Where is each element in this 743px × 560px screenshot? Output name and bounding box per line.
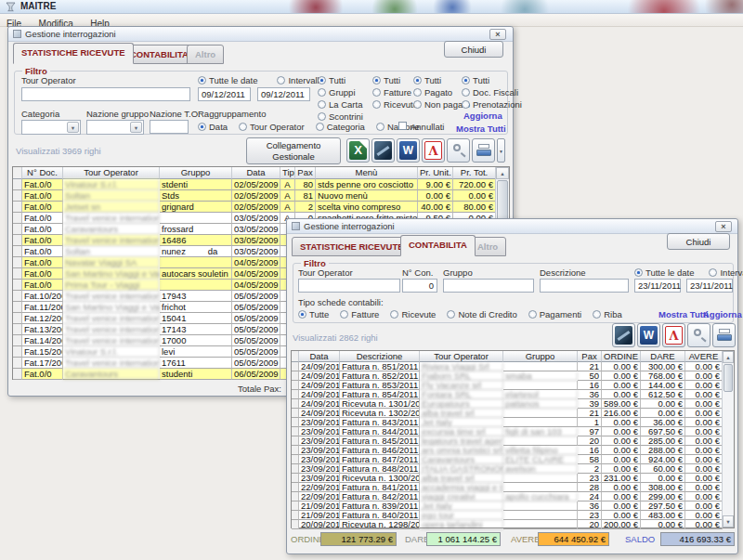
window2-titlebar[interactable]: Gestione interrogazioni × bbox=[287, 219, 737, 234]
categoria-select[interactable]: ▼ bbox=[21, 120, 81, 135]
column-header[interactable]: Data bbox=[299, 351, 340, 362]
radio-icon[interactable] bbox=[462, 88, 470, 97]
radio-icon[interactable] bbox=[372, 100, 381, 109]
table-row[interactable]: 23/09/2011Fattura n. 845/2011legatours t… bbox=[292, 436, 734, 446]
table-row[interactable]: 21/09/2011Fattura n. 840/2011ego tour230… bbox=[292, 511, 734, 520]
excel-export-icon[interactable]: X bbox=[346, 138, 370, 163]
gruppo-input[interactable] bbox=[443, 279, 534, 293]
radio-icon[interactable] bbox=[372, 88, 381, 97]
radio-icon[interactable] bbox=[316, 123, 324, 131]
radio-tutti[interactable]: Tutti bbox=[372, 75, 418, 85]
chevron-down-icon[interactable]: ▼ bbox=[130, 122, 142, 133]
table-row[interactable]: Fat.0/0SoltanStds02/05/2009A81Nuovo menù… bbox=[13, 190, 509, 202]
tab-contabilita[interactable]: CONTABILITA bbox=[400, 235, 476, 256]
date-from-input[interactable]: 09/12/2011 bbox=[198, 87, 251, 101]
window2-close-icon[interactable]: × bbox=[715, 221, 732, 232]
print-icon[interactable] bbox=[712, 323, 736, 347]
column-header[interactable]: Gruppo bbox=[503, 351, 578, 362]
table-row[interactable]: 23/09/2011Fattura n. 847/2011Caravantour… bbox=[292, 455, 734, 464]
column-header[interactable]: Tipo bbox=[280, 167, 295, 179]
tab-statistiche-ricevute[interactable]: STATISTICHE RICEVUTE bbox=[13, 43, 134, 64]
chiudi-button[interactable]: Chiudi bbox=[444, 41, 503, 58]
tour-operator-input[interactable] bbox=[298, 279, 400, 293]
table-row[interactable]: 23/09/2011Fattura n. 844/2011excursia ti… bbox=[292, 427, 734, 436]
table-row[interactable]: 24/09/2011Fattura n. 851/2011Riviera Via… bbox=[292, 362, 734, 371]
radio-gruppi[interactable]: Gruppi bbox=[318, 87, 363, 97]
column-header[interactable]: Descrizione bbox=[340, 351, 420, 362]
table-row[interactable]: 24/09/2011Ricevuta n. 1302/2011alba trav… bbox=[292, 409, 734, 418]
scroll-down-icon[interactable]: ▼ bbox=[723, 515, 734, 527]
radio-scontrini[interactable]: Scontrini bbox=[318, 111, 363, 121]
radio-tutte[interactable]: Tutte bbox=[298, 309, 329, 319]
word-export-icon[interactable]: W bbox=[397, 138, 420, 163]
column-header[interactable]: Tour Operator bbox=[63, 167, 160, 179]
radio-icon[interactable] bbox=[709, 268, 717, 277]
radio-icon[interactable] bbox=[372, 76, 381, 85]
radio-tutti[interactable]: Tutti bbox=[462, 75, 522, 85]
radio-icon[interactable] bbox=[634, 268, 643, 277]
table-row[interactable]: 22/09/2011Fattura n. 842/2011viaggi crea… bbox=[292, 492, 734, 501]
window1-titlebar[interactable]: Gestione interrogazioni × bbox=[8, 27, 513, 42]
table-row[interactable]: 23/09/2011Fattura n. 843/2011Jet Italy10… bbox=[292, 418, 734, 427]
radio-icon[interactable] bbox=[318, 76, 326, 85]
print-icon[interactable] bbox=[472, 138, 495, 163]
table-row[interactable]: 23/09/2011Ricevuta n. 1300/2011alba trav… bbox=[292, 474, 734, 483]
column-header[interactable]: Pax bbox=[578, 351, 602, 362]
radio-icon[interactable] bbox=[593, 310, 601, 319]
table-row[interactable]: Fat.0/0Vinatour S.r.l.stdenti02/05/2009A… bbox=[13, 179, 509, 190]
radio-la-carta[interactable]: La Carta bbox=[318, 99, 363, 109]
mostra-tutti-link[interactable]: Mostra Tutti bbox=[658, 309, 709, 319]
table-row[interactable]: 23/09/2011Fattura n. 846/2011ars omnia t… bbox=[292, 446, 734, 455]
annullati-checkbox[interactable] bbox=[398, 122, 407, 130]
report-viewer-icon[interactable] bbox=[612, 323, 635, 347]
radio-icon[interactable] bbox=[298, 310, 306, 319]
pdf-export-icon[interactable]: Λ bbox=[662, 323, 685, 347]
radio-icon[interactable] bbox=[376, 123, 385, 131]
table-row[interactable]: 20/09/2011Ricevuta n. 1298/2011opera tar… bbox=[292, 520, 734, 529]
descrizione-input[interactable] bbox=[540, 279, 629, 293]
column-header[interactable]: Gruppo bbox=[160, 167, 232, 179]
radio-intervallo[interactable]: Intervallo bbox=[709, 267, 743, 277]
table-row[interactable]: 24/09/2011Fattura n. 853/2011Fly Vacanze… bbox=[292, 381, 734, 390]
column-header[interactable]: Pr. Tot. bbox=[453, 167, 496, 179]
radio-pagamenti[interactable]: Pagamenti bbox=[528, 309, 581, 319]
radio-icon[interactable] bbox=[390, 310, 398, 319]
radio-ricevute[interactable]: Ricevute bbox=[390, 309, 436, 319]
scroll-thumb[interactable] bbox=[723, 364, 733, 392]
column-header[interactable]: Data bbox=[232, 167, 280, 179]
ncon-input[interactable]: 0 bbox=[402, 279, 437, 293]
aggiorna-link[interactable]: Aggiorna bbox=[703, 309, 742, 319]
radio-icon[interactable] bbox=[277, 76, 285, 85]
tour-operator-input[interactable] bbox=[21, 87, 190, 101]
radio-note-di-credito[interactable]: Note di Credito bbox=[447, 309, 516, 319]
report-viewer-icon[interactable] bbox=[372, 138, 395, 163]
date-to-input[interactable]: 09/12/2011 bbox=[257, 87, 310, 101]
radio-fatture[interactable]: Fatture bbox=[340, 309, 379, 319]
scroll-up-icon[interactable]: ▲ bbox=[496, 167, 509, 179]
radio-icon[interactable] bbox=[340, 310, 348, 319]
radio-riba[interactable]: Riba bbox=[593, 309, 622, 319]
date-to-input[interactable]: 23/11/2011 bbox=[686, 279, 733, 293]
chiudi-button[interactable]: Chiudi bbox=[667, 233, 730, 250]
radio-icon[interactable] bbox=[198, 123, 206, 131]
radio-tutte-le-date[interactable]: Tutte le date bbox=[198, 75, 257, 85]
nazione-gruppo-select[interactable]: ▼ bbox=[86, 120, 144, 135]
radio-icon[interactable] bbox=[318, 88, 326, 97]
table-row[interactable]: 24/09/2011Fattura n. 854/2011Fontara SRL… bbox=[292, 390, 734, 399]
radio-icon[interactable] bbox=[462, 76, 470, 85]
scroll-up-icon[interactable]: ▲ bbox=[723, 351, 734, 363]
radio-icon[interactable] bbox=[413, 100, 422, 109]
nazione-to-input[interactable] bbox=[150, 120, 189, 134]
word-export-icon[interactable]: W bbox=[637, 323, 660, 347]
radio-icon[interactable] bbox=[239, 123, 247, 131]
pdf-export-icon[interactable]: Λ bbox=[422, 138, 445, 163]
row-selector-cell[interactable] bbox=[292, 351, 299, 362]
table-row[interactable]: 24/09/2011Ricevuta n. 1301/2011Europatou… bbox=[292, 399, 734, 409]
more-options-icon[interactable]: ▼ bbox=[497, 138, 505, 163]
radio-fatture[interactable]: Fatture bbox=[372, 87, 418, 97]
radio-icon[interactable] bbox=[198, 76, 206, 85]
radio-tour-operator[interactable]: Tour Operator bbox=[239, 122, 305, 131]
radio-icon[interactable] bbox=[447, 310, 455, 319]
contabilita-table-scrollbar[interactable]: ▲ ▼ bbox=[722, 351, 734, 527]
column-header[interactable]: DARE bbox=[641, 351, 685, 362]
